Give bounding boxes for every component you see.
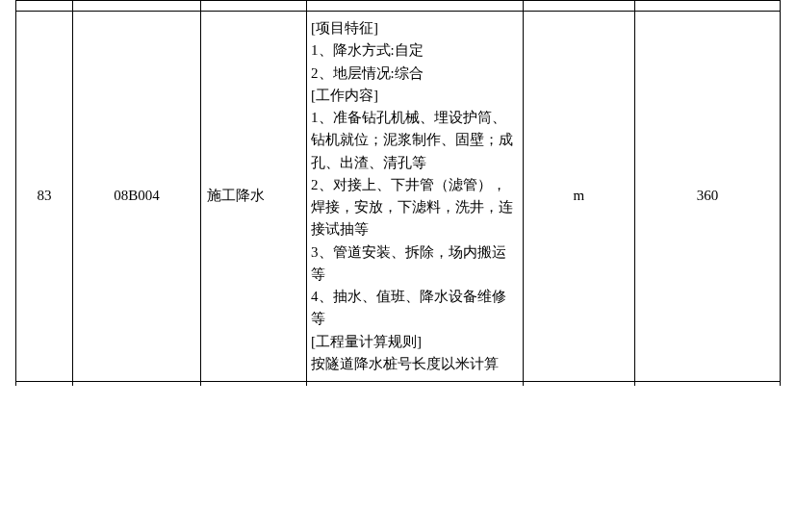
cell-quantity: 360 xyxy=(634,12,780,382)
next-row-stub xyxy=(16,382,781,387)
spec-table: 83 08B004 施工降水 [项目特征] 1、降水方式:自定 2、地层情况:综… xyxy=(15,0,781,386)
prev-row-stub xyxy=(16,1,781,12)
table-row: 83 08B004 施工降水 [项目特征] 1、降水方式:自定 2、地层情况:综… xyxy=(16,12,781,382)
cell-number: 83 xyxy=(16,12,73,382)
cell-unit: m xyxy=(523,12,634,382)
cell-name: 施工降水 xyxy=(200,12,306,382)
cell-description: [项目特征] 1、降水方式:自定 2、地层情况:综合 [工作内容] 1、准备钻孔… xyxy=(307,12,524,382)
cell-code: 08B004 xyxy=(73,12,201,382)
